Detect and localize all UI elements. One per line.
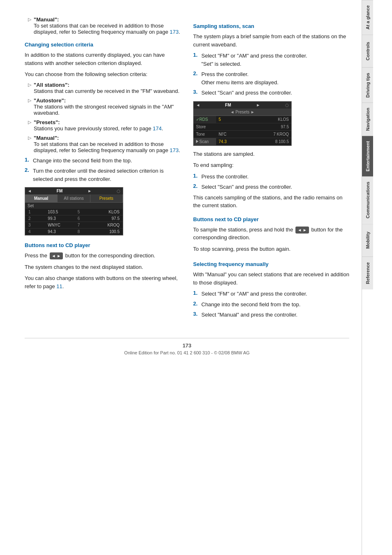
radio-settings-icon[interactable]: ◌ xyxy=(117,189,120,193)
sidebar-tab-controls[interactable]: Controls xyxy=(362,35,373,67)
manual-bullet2: ▷ "Manual": To set stations that can be … xyxy=(25,135,181,153)
sel-step-text-3: Select "Manual" and press the controller… xyxy=(201,311,349,319)
sel-step-num-1: 1. xyxy=(193,290,201,298)
tab-manual[interactable]: Manual xyxy=(25,194,58,202)
manual-bullet-content: "Manual": To set stations that can be re… xyxy=(34,16,181,35)
scan-step-num-2: 2. xyxy=(193,70,201,86)
rd2-back-icon[interactable]: ◄ xyxy=(196,103,200,107)
sel-step-1: 1. Select "FM" or "AM" and press the con… xyxy=(193,290,349,298)
stop-scanning: To stop scanning, press the button again… xyxy=(193,245,349,253)
rd2-tone-item[interactable]: Tone xyxy=(194,131,216,138)
radio-back-icon[interactable]: ◄ xyxy=(28,189,32,193)
rd2-station-2: 97.5 xyxy=(281,125,289,129)
rd2-settings-icon[interactable]: ◌ xyxy=(285,103,289,107)
sidebar-tabs: At a glance Controls Driving tips Naviga… xyxy=(362,0,373,555)
station-num: 3 xyxy=(28,223,35,227)
cd-btn-icon[interactable]: ◄ ► xyxy=(50,252,63,259)
scan-step-3: 3. Select "Scan" and press the controlle… xyxy=(193,89,349,97)
sidebar-tab-navigation[interactable]: Navigation xyxy=(362,102,373,136)
sidebar-tab-driving-tips[interactable]: Driving tips xyxy=(362,67,373,103)
rd2-freq-3: NI'C xyxy=(219,132,226,136)
step-2: 2. Turn the controller until the desired… xyxy=(25,167,181,183)
sidebar-tab-mobility[interactable]: Mobility xyxy=(362,224,373,257)
station-freq: 103.5 xyxy=(48,210,64,214)
rd2-forward-icon[interactable]: ► xyxy=(256,103,260,107)
scan-step-text-2: Press the controller. xyxy=(201,71,249,77)
buttons-cd2-text: To sample the stations, press and hold t… xyxy=(193,226,349,242)
radio-forward-icon[interactable]: ► xyxy=(88,189,92,193)
buttons-cd-text: Press the ◄ ► button for the correspondi… xyxy=(25,252,181,260)
buttons-cd-heading: Buttons next to CD player xyxy=(25,242,181,248)
presets-term: "Presets": xyxy=(34,119,60,125)
stations-sampled: The stations are sampled. xyxy=(193,150,349,158)
sidebar-tab-at-a-glance[interactable]: At a glance xyxy=(362,0,373,35)
rd2-top-bar: ◄ FM ► ◌ xyxy=(194,102,291,109)
radio-display-scan: ◄ FM ► ◌ ◄ Presets ► ✓RDS Store Tone Sca… xyxy=(193,101,292,146)
rd2-presets-bar: ◄ Presets ► xyxy=(194,109,291,116)
tab-presets[interactable]: Presets xyxy=(90,194,123,202)
station-name: 97.5 xyxy=(99,216,120,221)
autostore-term: "Autostore": xyxy=(34,97,66,104)
radio-fm-label: FM xyxy=(57,189,62,193)
station-name: KLOS xyxy=(99,210,120,214)
rd2-scan-item[interactable]: Scan xyxy=(194,138,216,146)
manual-link[interactable]: 173 xyxy=(170,29,179,35)
rd2-right-col: 5 KLOS 97.5 NI'C 7 KROQ 74.3 xyxy=(216,116,291,146)
manual-text: To set stations that can be received in … xyxy=(34,23,168,35)
bullet-arrow-icon: ▷ xyxy=(28,98,31,116)
rd2-right-row-1: 5 KLOS xyxy=(216,116,291,123)
station-freq: WNYC xyxy=(48,223,64,227)
station-name-num: 6 xyxy=(78,216,86,221)
rd2-fm-label: FM xyxy=(225,103,231,107)
station-row-4: 4 94.3 8 100.5 xyxy=(25,229,123,235)
sidebar-tab-communications[interactable]: Communications xyxy=(362,176,373,223)
rd2-rds-item[interactable]: ✓RDS xyxy=(194,116,216,123)
sampling-intro: The system plays a brief sample from eac… xyxy=(193,32,349,49)
radio-stations: 1 103.5 5 KLOS 2 99.3 6 97.5 3 WNYC xyxy=(25,209,123,235)
page-footer: 173 Online Edition for Part no. 01 41 2 … xyxy=(25,338,349,355)
all-stations-text: Stations that can currently be received … xyxy=(34,88,180,94)
bullet-arrow-icon: ▷ xyxy=(28,17,31,35)
scan-step-content-1: Select "FM" or "AM" and press the contro… xyxy=(201,52,349,68)
right-column: Sampling stations, scan The system plays… xyxy=(193,16,349,321)
rd2-freq-1: 5 xyxy=(219,117,221,122)
presets-link[interactable]: 174 xyxy=(153,125,162,132)
scan-step-num-1: 1. xyxy=(193,52,201,68)
step-text-1: Change into the second field from the to… xyxy=(33,157,181,165)
selecting-freq-intro: With "Manual" you can select stations th… xyxy=(193,271,349,287)
rd2-freq-4: 74.3 xyxy=(219,139,226,144)
radio-set-bar: Set xyxy=(25,203,123,209)
scan-arrow-icon xyxy=(196,140,198,143)
station-num: 2 xyxy=(28,216,35,221)
steering-text: You can also change stations with button… xyxy=(25,275,178,289)
sel-step-num-2: 2. xyxy=(193,301,201,309)
selecting-freq-heading: Selecting frequency manually xyxy=(193,261,349,267)
station-row-2: 2 99.3 6 97.5 xyxy=(25,215,123,222)
rd2-store-item[interactable]: Store xyxy=(194,123,216,131)
step-text-2: Turn the controller until the desired se… xyxy=(33,167,181,183)
manual2-content: "Manual": To set stations that can be re… xyxy=(34,135,181,153)
scan-step-sub-2: Other menu items are displayed. xyxy=(201,79,279,86)
all-stations-content: "All stations": Stations that can curren… xyxy=(34,82,181,94)
bullet-arrow-icon: ▷ xyxy=(28,82,31,94)
sampling-heading: Sampling stations, scan xyxy=(193,23,349,29)
manual-term: "Manual": xyxy=(34,16,59,23)
end-step-text-1: Press the controller. xyxy=(201,173,349,181)
sidebar-tab-entertainment[interactable]: Entertainment xyxy=(362,136,373,176)
scan-step-text-1: Select "FM" or "AM" and press the contro… xyxy=(201,53,307,59)
scan-step-text-3: Select "Scan" and press the controller. xyxy=(201,89,349,97)
bullet-arrow-icon: ▷ xyxy=(28,120,31,132)
system-changes: The system changes to the next displayed… xyxy=(25,263,181,271)
tab-all-stations[interactable]: All stations xyxy=(58,194,90,202)
all-stations-bullet: ▷ "All stations": Stations that can curr… xyxy=(25,82,181,94)
sidebar-tab-reference[interactable]: Reference xyxy=(362,257,373,289)
station-name: 100.5 xyxy=(99,229,120,234)
sel-step-3: 3. Select "Manual" and press the control… xyxy=(193,311,349,319)
scan-step-sub-1: "Set" is selected. xyxy=(201,61,241,67)
steering-link[interactable]: 11 xyxy=(56,283,62,289)
sel-step-text-2: Change into the second field from the to… xyxy=(201,301,349,309)
manual2-link[interactable]: 173 xyxy=(170,147,179,153)
station-row-3: 3 WNYC 7 KROQ xyxy=(25,222,123,229)
bullet-arrow-icon: ▷ xyxy=(28,135,31,153)
cd2-btn-icon[interactable]: ◄ ► xyxy=(295,227,309,234)
